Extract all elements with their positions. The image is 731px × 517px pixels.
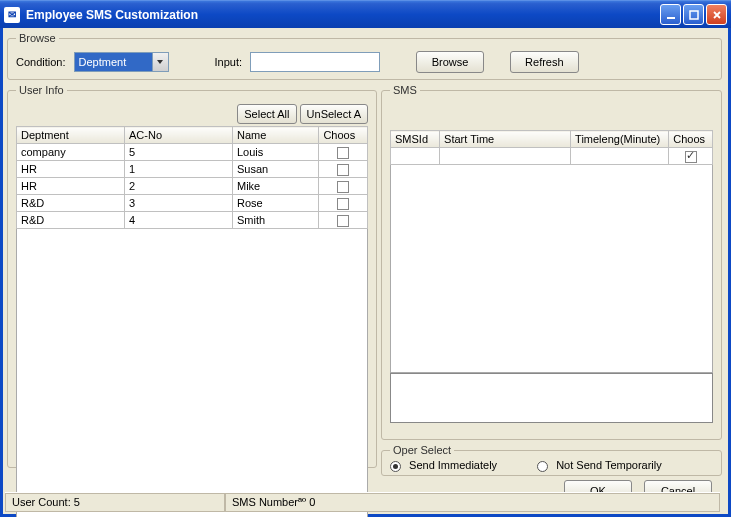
statusbar: User Count: 5 SMS Numberªº 0 — [5, 492, 720, 512]
cell-start — [440, 148, 571, 165]
cell-acno: 2 — [125, 178, 233, 195]
table-row[interactable]: HR1Susan — [17, 161, 368, 178]
cell-name: Susan — [233, 161, 319, 178]
checkbox-icon[interactable] — [337, 147, 349, 159]
radio-icon — [390, 461, 401, 472]
cell-dept: HR — [17, 178, 125, 195]
condition-value: Deptment — [75, 56, 152, 68]
col-starttime[interactable]: Start Time — [440, 131, 571, 148]
oper-legend: Oper Select — [390, 444, 454, 456]
svg-rect-1 — [690, 11, 698, 19]
table-header-row: SMSId Start Time Timeleng(Minute) Choos — [391, 131, 713, 148]
table-row[interactable] — [391, 148, 713, 165]
col-deptment[interactable]: Deptment — [17, 127, 125, 144]
cell-choose[interactable] — [319, 144, 368, 161]
checkbox-icon[interactable] — [337, 181, 349, 193]
col-smsid[interactable]: SMSId — [391, 131, 440, 148]
checkbox-icon[interactable] — [337, 164, 349, 176]
cell-choose[interactable] — [319, 161, 368, 178]
cell-dept: R&D — [17, 195, 125, 212]
sms-legend: SMS — [390, 84, 420, 96]
table-header-row: Deptment AC-No Name Choos — [17, 127, 368, 144]
cell-acno: 5 — [125, 144, 233, 161]
userinfo-group: User Info Select All UnSelect A Deptment… — [7, 84, 377, 468]
col-choose[interactable]: Choos — [319, 127, 368, 144]
svg-rect-0 — [667, 17, 675, 19]
radio-notsend-label: Not Send Temporarily — [556, 459, 662, 471]
cell-acno: 4 — [125, 212, 233, 229]
close-button[interactable] — [706, 4, 727, 25]
col-timelen[interactable]: Timeleng(Minute) — [571, 131, 669, 148]
browse-button[interactable]: Browse — [416, 51, 484, 73]
sms-message-area[interactable] — [390, 373, 713, 423]
userinfo-table[interactable]: Deptment AC-No Name Choos company5LouisH… — [16, 126, 368, 229]
unselect-all-button[interactable]: UnSelect A — [300, 104, 368, 124]
cell-dept: R&D — [17, 212, 125, 229]
cell-choose[interactable] — [319, 212, 368, 229]
cell-name: Rose — [233, 195, 319, 212]
cell-choose[interactable] — [319, 195, 368, 212]
radio-send-immediately[interactable]: Send Immediately — [390, 459, 497, 472]
table-row[interactable]: R&D4Smith — [17, 212, 368, 229]
maximize-button[interactable] — [683, 4, 704, 25]
cell-len — [571, 148, 669, 165]
col-name[interactable]: Name — [233, 127, 319, 144]
status-user-count: User Count: 5 — [5, 493, 225, 512]
cell-acno: 1 — [125, 161, 233, 178]
cell-smsid — [391, 148, 440, 165]
select-all-button[interactable]: Select All — [237, 104, 296, 124]
table-row[interactable]: R&D3Rose — [17, 195, 368, 212]
userinfo-empty-area — [16, 229, 368, 517]
oper-select-group: Oper Select Send Immediately Not Send Te… — [381, 444, 722, 476]
cell-name: Mike — [233, 178, 319, 195]
cell-choose[interactable] — [669, 148, 713, 165]
cell-acno: 3 — [125, 195, 233, 212]
browse-legend: Browse — [16, 32, 59, 44]
titlebar[interactable]: ✉ Employee SMS Customization — [0, 0, 731, 28]
checkbox-icon[interactable] — [337, 198, 349, 210]
cell-name: Smith — [233, 212, 319, 229]
sms-table[interactable]: SMSId Start Time Timeleng(Minute) Choos — [390, 130, 713, 165]
browse-group: Browse Condition: Deptment Input: Browse… — [7, 32, 722, 80]
condition-label: Condition: — [16, 56, 66, 68]
input-field[interactable] — [250, 52, 380, 72]
radio-icon — [537, 461, 548, 472]
radio-send-label: Send Immediately — [409, 459, 497, 471]
window-title: Employee SMS Customization — [26, 8, 660, 22]
status-sms-number: SMS Numberªº 0 — [225, 493, 720, 512]
sms-empty-area — [390, 165, 713, 373]
table-row[interactable]: company5Louis — [17, 144, 368, 161]
chevron-down-icon — [152, 53, 168, 71]
refresh-button[interactable]: Refresh — [510, 51, 579, 73]
userinfo-legend: User Info — [16, 84, 67, 96]
col-choose[interactable]: Choos — [669, 131, 713, 148]
cell-dept: HR — [17, 161, 125, 178]
minimize-button[interactable] — [660, 4, 681, 25]
cell-name: Louis — [233, 144, 319, 161]
app-icon: ✉ — [4, 7, 20, 23]
input-label: Input: — [215, 56, 243, 68]
col-acno[interactable]: AC-No — [125, 127, 233, 144]
table-row[interactable]: HR2Mike — [17, 178, 368, 195]
checkbox-icon[interactable] — [685, 151, 697, 163]
checkbox-icon[interactable] — [337, 215, 349, 227]
cell-dept: company — [17, 144, 125, 161]
radio-not-send[interactable]: Not Send Temporarily — [537, 459, 662, 472]
condition-dropdown[interactable]: Deptment — [74, 52, 169, 72]
sms-group: SMS SMSId Start Time Timeleng(Minute) Ch… — [381, 84, 722, 440]
cell-choose[interactable] — [319, 178, 368, 195]
